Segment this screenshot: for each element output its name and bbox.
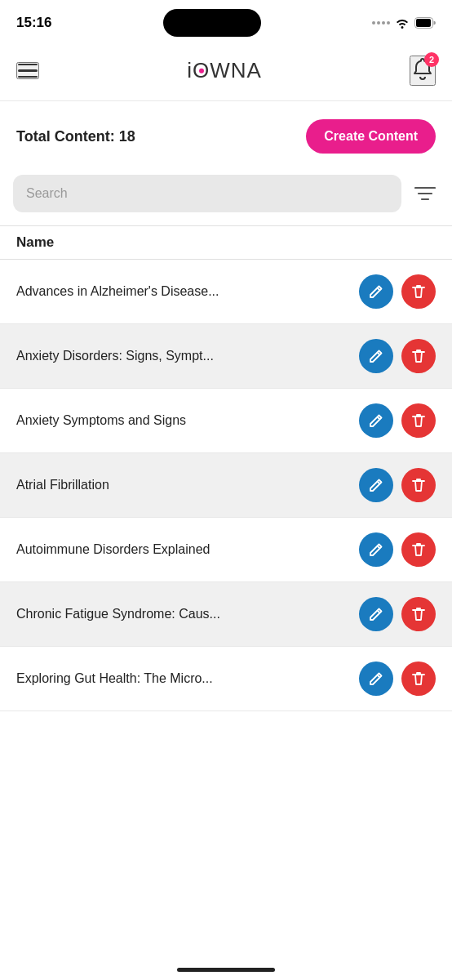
edit-button[interactable] <box>359 662 393 696</box>
item-actions <box>359 339 436 373</box>
pencil-icon <box>368 541 384 558</box>
delete-button[interactable] <box>401 274 436 309</box>
item-actions <box>359 468 436 502</box>
edit-button[interactable] <box>359 597 393 631</box>
create-content-button[interactable]: Create Content <box>306 119 436 154</box>
total-content-label: Total Content: 18 <box>16 128 135 145</box>
search-wrapper <box>13 175 401 212</box>
hamburger-menu-button[interactable] <box>16 62 39 80</box>
item-actions <box>359 597 436 631</box>
content-header: Total Content: 18 Create Content <box>0 101 452 172</box>
trash-icon <box>410 348 427 364</box>
delete-button[interactable] <box>401 597 436 631</box>
pencil-icon <box>368 283 384 300</box>
edit-button[interactable] <box>359 532 393 567</box>
table-row: Autoimmune Disorders Explained <box>0 518 452 582</box>
edit-button[interactable] <box>359 403 393 438</box>
edit-button[interactable] <box>359 339 393 373</box>
trash-icon <box>410 477 427 493</box>
filter-icon <box>414 185 436 203</box>
pencil-icon <box>368 412 384 429</box>
signal-icon <box>372 21 390 24</box>
status-bar: 15:16 <box>0 0 452 41</box>
item-name: Anxiety Symptoms and Signs <box>16 413 359 428</box>
search-input[interactable] <box>13 175 401 212</box>
delete-button[interactable] <box>401 662 436 696</box>
notification-button[interactable]: 2 <box>410 56 436 86</box>
trash-icon <box>410 606 427 622</box>
item-name: Advances in Alzheimer's Disease... <box>16 284 359 299</box>
edit-button[interactable] <box>359 468 393 502</box>
table-row: Advances in Alzheimer's Disease... <box>0 260 452 324</box>
table-row: Chronic Fatigue Syndrome: Caus... <box>0 582 452 647</box>
item-actions <box>359 662 436 696</box>
app-header: iOWNA 2 <box>0 41 452 101</box>
home-indicator <box>0 955 452 980</box>
delete-button[interactable] <box>401 532 436 567</box>
item-name: Anxiety Disorders: Signs, Sympt... <box>16 349 359 363</box>
item-actions <box>359 532 436 567</box>
hamburger-line <box>18 69 38 72</box>
delete-button[interactable] <box>401 468 436 502</box>
trash-icon <box>410 412 427 429</box>
table-row: Anxiety Symptoms and Signs <box>0 389 452 453</box>
item-actions <box>359 403 436 438</box>
trash-icon <box>410 283 427 300</box>
hamburger-line <box>18 76 38 78</box>
table-row: Exploring Gut Health: The Micro... <box>0 647 452 711</box>
search-container <box>0 172 452 225</box>
home-bar <box>177 968 275 972</box>
item-name: Atrial Fibrillation <box>16 478 359 492</box>
content-list: Advances in Alzheimer's Disease... Anxie… <box>0 260 452 955</box>
pencil-icon <box>368 477 384 493</box>
trash-icon <box>410 670 427 687</box>
item-name: Chronic Fatigue Syndrome: Caus... <box>16 607 359 621</box>
app-logo: iOWNA <box>187 58 262 83</box>
battery-icon <box>414 17 436 29</box>
pencil-icon <box>368 606 384 622</box>
pencil-icon <box>368 670 384 687</box>
delete-button[interactable] <box>401 403 436 438</box>
status-time: 15:16 <box>16 15 51 31</box>
name-column-header: Name <box>16 234 54 250</box>
status-icons <box>372 17 436 29</box>
delete-button[interactable] <box>401 339 436 373</box>
trash-icon <box>410 541 427 558</box>
svg-rect-1 <box>416 19 431 27</box>
table-row: Anxiety Disorders: Signs, Sympt... <box>0 324 452 389</box>
item-name: Exploring Gut Health: The Micro... <box>16 671 359 686</box>
table-header: Name <box>0 225 452 260</box>
notification-badge: 2 <box>424 52 439 67</box>
filter-button[interactable] <box>411 181 439 206</box>
item-name: Autoimmune Disorders Explained <box>16 542 359 557</box>
edit-button[interactable] <box>359 274 393 309</box>
wifi-icon <box>395 17 410 29</box>
dynamic-island <box>163 9 261 37</box>
hamburger-line <box>18 64 38 66</box>
item-actions <box>359 274 436 309</box>
table-row: Atrial Fibrillation <box>0 453 452 518</box>
pencil-icon <box>368 348 384 364</box>
